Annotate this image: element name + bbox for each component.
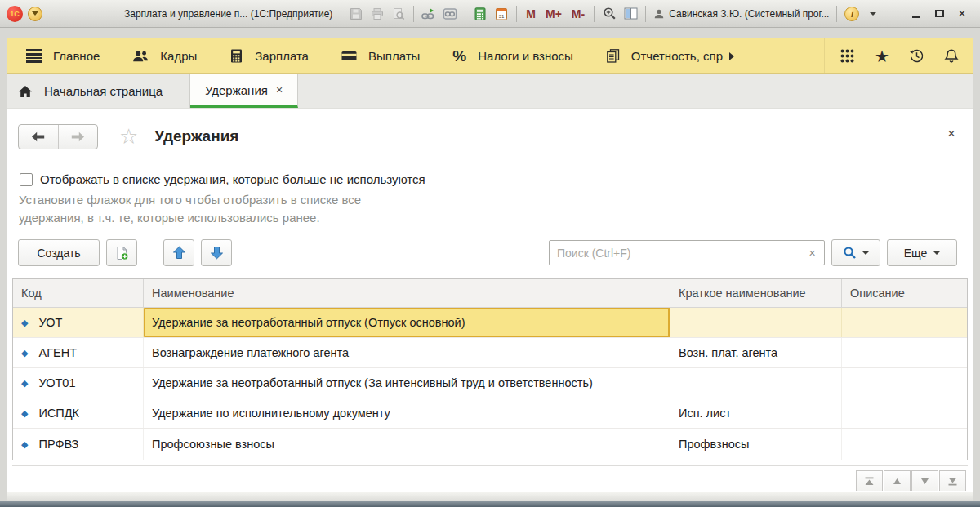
separator (645, 6, 646, 22)
zoom-button[interactable] (599, 4, 620, 24)
record-diamond-icon: ◆ (21, 408, 28, 419)
table-row[interactable]: ◆ПРФВЗ Профсоюзные взносы Профвзносы (13, 429, 967, 460)
window-bottom-edge (0, 501, 980, 507)
create-button[interactable]: Создать (18, 239, 100, 266)
cell-name[interactable]: Удержание за неотработанный отпуск (Отпу… (144, 308, 670, 337)
code-text: УОТ (38, 316, 62, 329)
more-label: Еще (904, 247, 928, 260)
tab-uderzhaniya[interactable]: Удержания × (190, 74, 298, 108)
add-to-favorites-star-icon[interactable]: ☆ (119, 126, 138, 147)
more-button[interactable]: Еще (887, 239, 957, 266)
cell-description[interactable] (842, 368, 967, 398)
tab-close-icon[interactable]: × (276, 83, 283, 96)
search-menu-button[interactable] (831, 239, 880, 266)
cell-description[interactable] (842, 308, 967, 337)
minimize-button[interactable] (905, 5, 928, 23)
menu-item-zarplata[interactable]: Зарплата (229, 49, 309, 63)
cell-description[interactable] (842, 398, 967, 428)
menu-item-glavnoe[interactable]: Главное (26, 49, 100, 63)
get-link-button[interactable] (418, 4, 439, 24)
cell-name[interactable]: Вознаграждение платежного агента (144, 338, 670, 367)
apps-grid-icon[interactable] (840, 48, 855, 64)
people-icon (132, 50, 149, 63)
create-by-copy-button[interactable] (106, 239, 137, 266)
forward-button[interactable] (58, 125, 98, 149)
menu-item-otchetnost[interactable]: Отчетность, спр (606, 49, 723, 63)
table-row[interactable]: ◆УОТ01 Удержание за неотработанный отпус… (13, 368, 967, 398)
print-button[interactable] (367, 4, 388, 24)
notifications-bell-icon[interactable] (944, 48, 959, 64)
column-header-description[interactable]: Описание (842, 279, 967, 307)
print-preview-button[interactable] (388, 4, 409, 24)
split-window-button[interactable] (620, 4, 641, 24)
cell-short-name[interactable]: Исп. лист (670, 398, 842, 428)
menu-item-nalogi[interactable]: % Налоги и взносы (452, 47, 573, 65)
menu-item-vyplaty[interactable]: Выплаты (341, 49, 420, 63)
cell-code[interactable]: ◆УОТ01 (13, 368, 144, 398)
print-preview-icon (392, 7, 405, 20)
1c-logo[interactable]: 1С (7, 6, 23, 22)
cell-code[interactable]: ◆АГЕНТ (13, 338, 144, 367)
cell-short-name[interactable] (670, 308, 842, 337)
menu-item-kadry[interactable]: Кадры (132, 49, 197, 63)
code-text: ИСПДК (38, 407, 79, 420)
cell-name[interactable]: Удержание за неотработанный отпуск (За и… (144, 368, 670, 398)
cell-short-name[interactable] (670, 368, 842, 398)
triangle-up-icon (893, 478, 902, 485)
cell-name[interactable]: Профсоюзные взносы (144, 429, 670, 460)
back-button[interactable] (19, 125, 58, 149)
clear-search-button[interactable]: × (800, 241, 824, 265)
column-header-short-name[interactable]: Краткое наименование (670, 279, 842, 307)
table-row[interactable]: ◆АГЕНТ Вознаграждение платежного агента … (13, 338, 967, 368)
memory-subtract-button[interactable]: M- (567, 7, 590, 20)
history-icon[interactable] (909, 48, 924, 64)
sections-overflow-arrow-icon[interactable] (729, 52, 734, 60)
percent-icon: % (452, 47, 466, 65)
cell-code[interactable]: ◆ПРФВЗ (13, 429, 144, 460)
close-form-button[interactable]: × (947, 127, 956, 140)
cell-code[interactable]: ◆УОТ (13, 308, 144, 337)
go-to-top-button[interactable] (856, 470, 883, 491)
cell-code[interactable]: ◆ИСПДК (13, 398, 144, 428)
memory-add-button[interactable]: M+ (541, 7, 567, 20)
cell-description[interactable] (842, 338, 967, 367)
tab-home-page[interactable]: Начальная страница (7, 74, 190, 108)
info-menu-button[interactable] (862, 4, 884, 24)
scroll-up-button[interactable] (884, 470, 911, 491)
separator (836, 6, 837, 22)
column-header-name[interactable]: Наименование (144, 279, 670, 307)
maximize-button[interactable] (928, 5, 951, 23)
menu-label: Кадры (160, 49, 197, 63)
arrow-up-icon (172, 245, 187, 260)
move-down-button[interactable] (201, 239, 232, 266)
calendar-button[interactable]: 31 (491, 4, 512, 24)
search-input[interactable] (550, 247, 800, 260)
show-unused-checkbox[interactable] (20, 173, 33, 186)
scroll-down-button[interactable] (911, 470, 938, 491)
menu-label: Главное (53, 49, 100, 63)
system-menu-button[interactable] (28, 7, 42, 21)
go-link-button[interactable] (439, 4, 461, 24)
table-row[interactable]: ◆УОТ Удержание за неотработанный отпуск … (13, 308, 967, 338)
close-window-button[interactable]: × (951, 5, 973, 23)
memory-recall-button[interactable]: M (521, 7, 541, 20)
favorites-star-icon[interactable]: ★ (875, 48, 889, 64)
calculator-icon (229, 49, 243, 63)
cell-short-name[interactable]: Профвзносы (670, 429, 842, 460)
move-up-button[interactable] (163, 239, 194, 266)
tab-label: Удержания (205, 83, 268, 97)
info-button[interactable]: i (841, 4, 862, 24)
cell-name[interactable]: Удержание по исполнительному документу (144, 398, 670, 428)
checkbox-label[interactable]: Отображать в списке удержания, которые б… (40, 172, 425, 186)
page-title: Удержания (154, 127, 238, 145)
cell-short-name[interactable]: Возн. плат. агента (670, 338, 842, 367)
go-to-bottom-button[interactable] (939, 470, 966, 491)
separator (594, 6, 595, 22)
save-button[interactable] (345, 4, 367, 24)
column-header-code[interactable]: Код (13, 279, 144, 307)
arrow-down-icon (209, 245, 225, 260)
table-row[interactable]: ◆ИСПДК Удержание по исполнительному доку… (13, 398, 967, 429)
cell-description[interactable] (842, 429, 967, 460)
arrow-right-icon (70, 131, 86, 142)
calculator-button[interactable] (470, 4, 491, 24)
